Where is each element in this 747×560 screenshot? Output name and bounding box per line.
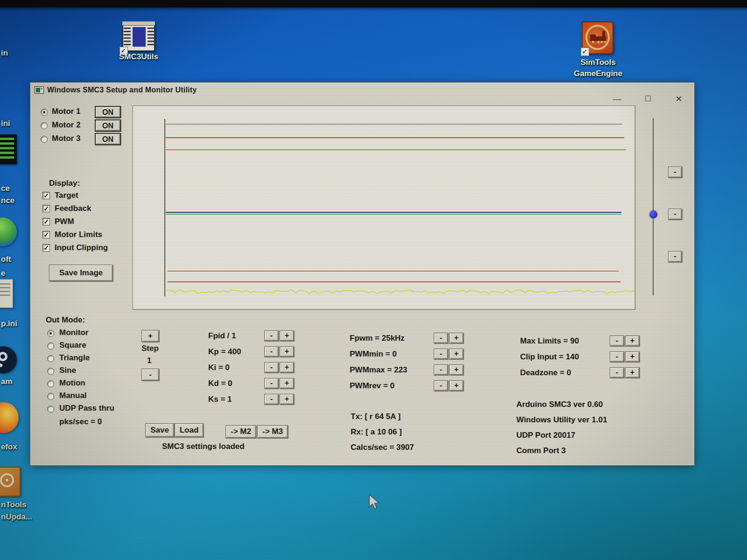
edge-icon-label[interactable]: oft <box>1 255 11 264</box>
clip-input-minus-button[interactable]: - <box>610 351 624 362</box>
motor-2-on-button[interactable]: ON <box>95 119 121 132</box>
minimize-button[interactable]: — <box>609 93 625 105</box>
pwmmin-minus-button[interactable]: - <box>434 349 448 359</box>
checkbox-pwm-label: PWM <box>55 217 74 226</box>
partial-desktop-icon-globe[interactable] <box>0 217 17 246</box>
calcs-per-sec-readout: Calcs/sec = 3907 <box>351 443 414 452</box>
copy-to-m3-button[interactable]: -> M3 <box>257 425 288 438</box>
copy-to-m2-button[interactable]: -> M2 <box>226 425 256 438</box>
fpwm-minus-button[interactable]: - <box>434 333 448 343</box>
motor-1-on-button[interactable]: ON <box>95 106 121 118</box>
icon-pane <box>133 27 146 47</box>
deadzone-plus-button[interactable]: + <box>625 367 640 378</box>
radio-motor-2[interactable] <box>41 122 48 129</box>
desktop-icon-label-smc3utils[interactable]: SMC3Utils <box>118 52 160 62</box>
motor-3-on-button[interactable]: ON <box>95 133 121 145</box>
edge-icon-label[interactable]: nUpda... <box>1 512 32 522</box>
window-title: Windows SMC3 Setup and Monitor Utility <box>47 86 197 94</box>
steam-piston <box>0 352 7 361</box>
edge-icon-label[interactable]: e <box>1 269 5 278</box>
step-minus-button[interactable]: - <box>141 369 159 381</box>
graph-side-button-2[interactable]: - <box>668 209 682 220</box>
checkbox-target[interactable]: ✓ <box>42 192 50 199</box>
fpid-minus-button[interactable]: - <box>264 330 279 341</box>
fpid-plus-button[interactable]: + <box>280 330 294 341</box>
pwmmax-minus-button[interactable]: - <box>434 364 448 375</box>
graph-side-button-1[interactable]: - <box>668 167 682 178</box>
out-mode-heading: Out Mode: <box>46 315 85 325</box>
ki-minus-button[interactable]: - <box>264 362 279 373</box>
pwmrev-plus-button[interactable]: + <box>449 380 464 391</box>
edge-icon-label[interactable]: efox <box>1 442 17 452</box>
desktop-icon-smc3utils[interactable] <box>122 21 155 51</box>
partial-desktop-icon[interactable] <box>0 134 17 164</box>
pwmmax-plus-button[interactable]: + <box>449 364 464 375</box>
desktop-icon-label-simtools-2[interactable]: GameEngine <box>571 69 626 78</box>
close-button[interactable]: ✕ <box>671 93 687 105</box>
ks-minus-button[interactable]: - <box>264 394 279 405</box>
icon-rows <box>124 28 131 47</box>
step-plus-button[interactable]: + <box>141 330 159 342</box>
desktop-icon-label-simtools-1[interactable]: SimTools <box>578 58 618 67</box>
edge-icon-label[interactable]: nTools <box>1 500 26 510</box>
radio-out-square[interactable] <box>47 343 54 350</box>
smc3-utility-window: Windows SMC3 Setup and Monitor Utility —… <box>30 82 695 466</box>
partial-desktop-icon-steam[interactable] <box>0 346 17 373</box>
kp-minus-button[interactable]: - <box>264 346 279 357</box>
titlebar[interactable]: Windows SMC3 Setup and Monitor Utility <box>30 83 694 98</box>
clip-input-plus-button[interactable]: + <box>625 351 640 362</box>
checkbox-motor-limits[interactable]: ✓ <box>42 231 50 238</box>
edge-icon-label[interactable]: ce <box>1 184 10 193</box>
graph-scale-slider-thumb[interactable] <box>649 210 657 218</box>
radio-out-manual[interactable] <box>47 393 54 400</box>
graph-line-motor-limit-lower <box>168 281 620 282</box>
save-button[interactable]: Save <box>145 423 174 437</box>
deadzone-minus-button[interactable]: - <box>610 367 624 378</box>
edge-icon-label[interactable]: am <box>1 377 13 386</box>
radio-motor-3[interactable] <box>41 136 48 143</box>
checkbox-pwm[interactable]: ✓ <box>42 218 50 225</box>
load-button[interactable]: Load <box>175 423 204 437</box>
partial-desktop-icon-ini-file[interactable] <box>0 279 13 308</box>
kd-minus-button[interactable]: - <box>264 378 279 389</box>
graph-side-button-3[interactable]: - <box>668 251 682 262</box>
pwmrev-minus-button[interactable]: - <box>434 380 448 391</box>
save-image-button[interactable]: Save Image <box>49 265 113 281</box>
edge-icon-label[interactable]: nce <box>1 196 14 205</box>
partial-desktop-icon-simtools-updater[interactable] <box>0 467 21 497</box>
partial-desktop-icon-firefox[interactable] <box>0 402 19 433</box>
graph-scale-slider-track[interactable] <box>653 118 654 295</box>
checkbox-input-clipping[interactable]: ✓ <box>42 244 50 252</box>
edge-icon-label[interactable]: p.ini <box>1 319 17 329</box>
edge-icon-label[interactable]: in <box>1 49 8 58</box>
desktop-icon-simtools-gameengine[interactable] <box>582 21 613 54</box>
max-limits-minus-button[interactable]: - <box>610 336 624 346</box>
radio-out-triangle[interactable] <box>47 355 54 362</box>
radio-out-motion[interactable] <box>47 380 54 387</box>
pwmmin-plus-button[interactable]: + <box>449 349 464 359</box>
ks-plus-button[interactable]: + <box>280 394 294 405</box>
graph-line-target <box>166 212 621 213</box>
max-limits-plus-button[interactable]: + <box>625 336 640 346</box>
maximize-button[interactable]: ☐ <box>640 93 656 105</box>
monitor-bezel-shadow <box>0 7 747 11</box>
out-monitor-label: Monitor <box>59 328 88 337</box>
checkbox-feedback[interactable]: ✓ <box>42 205 50 212</box>
radio-out-udp[interactable] <box>47 406 54 413</box>
monitor-bezel <box>0 0 747 7</box>
checkbox-target-label: Target <box>55 191 78 200</box>
ks-label: Ks = 1 <box>208 395 232 404</box>
radio-out-sine[interactable] <box>47 368 54 375</box>
kd-plus-button[interactable]: + <box>280 378 294 389</box>
comm-port-text: Comm Port 3 <box>516 446 566 455</box>
radio-motor-1[interactable] <box>41 109 48 116</box>
radio-out-monitor[interactable] <box>47 330 54 337</box>
ki-plus-button[interactable]: + <box>280 362 294 373</box>
pks-per-sec-label: pks/sec = 0 <box>59 417 102 427</box>
shortcut-arrow-icon <box>581 48 589 56</box>
edge-icon-label[interactable]: ini <box>1 119 10 128</box>
graph-line-feedback <box>166 214 621 215</box>
pwmrev-label: PWMrev = 0 <box>350 381 395 391</box>
fpwm-plus-button[interactable]: + <box>449 333 464 343</box>
kp-plus-button[interactable]: + <box>280 346 294 357</box>
